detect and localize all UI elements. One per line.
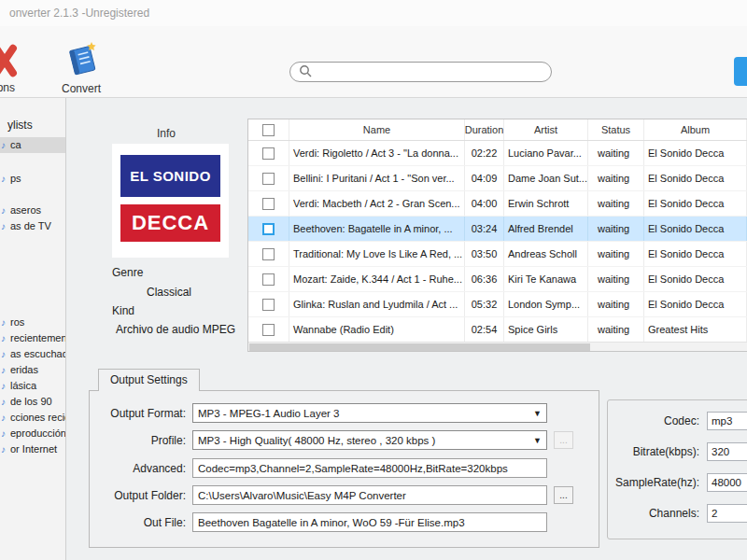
cell-album: El Sonido Decca: [644, 267, 747, 291]
column-header-artist[interactable]: Artist: [504, 119, 588, 140]
playlist-icon: ♪: [1, 426, 10, 441]
bitrate-value-field[interactable]: [707, 442, 747, 461]
cell-name: Mozart: Zaide, K.344 / Act 1 - Ruhe...: [289, 267, 465, 291]
sidebar-item-label: recientemente: [10, 330, 66, 346]
sidebar-item-label: lásica: [10, 378, 36, 394]
album-art-bottom: DECCA: [120, 204, 220, 242]
sidebar-item[interactable]: ♪ros: [0, 315, 65, 330]
codec-label: Codec:: [613, 414, 707, 427]
sidebar-item[interactable]: ♪cciones recien: [0, 410, 65, 426]
select-all-checkbox[interactable]: [262, 124, 275, 136]
row-checkbox[interactable]: [262, 223, 275, 235]
sidebar-item-label: ps: [10, 171, 21, 187]
sidebar-item[interactable]: ♪as escuchadas: [0, 346, 65, 362]
column-header-duration[interactable]: Duration: [465, 119, 504, 140]
info-button[interactable]: [734, 57, 747, 86]
kind-label: Kind: [112, 304, 134, 317]
playlist-icon: ♪: [1, 378, 10, 394]
profile-value: MP3 - High Quality( 48000 Hz, stereo , 3…: [198, 435, 435, 446]
cell-duration: 05:32: [465, 292, 504, 316]
options-button[interactable]: ions: [0, 41, 32, 94]
sidebar-item-decca[interactable]: ♪ca: [0, 137, 65, 153]
output-format-value: MP3 - MPEG-1 Audio Layer 3: [198, 408, 339, 419]
sidebar-item-label: or Internet: [10, 441, 57, 457]
table-row[interactable]: Verdi: Rigoletto / Act 3 - "La donna... …: [248, 141, 747, 166]
chevron-down-icon: ▼: [529, 436, 542, 445]
search-input[interactable]: [317, 65, 543, 78]
row-checkbox[interactable]: [262, 147, 275, 160]
kind-value: Archivo de audio MPEG: [116, 323, 235, 336]
row-checkbox[interactable]: [262, 248, 275, 260]
cell-album: Greatest Hits: [644, 317, 747, 342]
sidebar-item-label: eproducción: [10, 426, 66, 441]
horizontal-scrollbar[interactable]: [248, 342, 747, 351]
cell-name: Beethoven: Bagatelle in A minor, ...: [289, 217, 465, 241]
playlist-icon: ♪: [1, 137, 10, 153]
table-row[interactable]: Wannabe (Radio Edit) 02:54 Spice Girls w…: [248, 317, 747, 343]
scrollbar-thumb[interactable]: [249, 343, 590, 351]
out-file-input[interactable]: [192, 512, 547, 532]
cell-name: Bellini: I Puritani / Act 1 - "Son ver..…: [289, 166, 465, 190]
row-checkbox[interactable]: [262, 198, 275, 210]
sidebar-item[interactable]: ♪recientemente: [0, 330, 65, 346]
row-checkbox[interactable]: [262, 324, 275, 336]
cell-album: El Sonido Decca: [644, 242, 747, 266]
app-window: onverter 2.1.3 -Unregistered ions: [0, 0, 747, 560]
cell-duration: 03:50: [465, 242, 504, 266]
table-row-selected[interactable]: Beethoven: Bagatelle in A minor, ... 03:…: [248, 217, 747, 242]
sidebar-item[interactable]: ♪or Internet: [0, 441, 65, 457]
sidebar-item-label: cciones recien: [10, 410, 66, 426]
samplerate-value-field[interactable]: [707, 473, 747, 492]
output-format-label: Output Format:: [99, 407, 192, 420]
cell-duration: 06:36: [465, 267, 504, 291]
convert-button[interactable]: Convert: [54, 39, 108, 95]
tab-output-settings[interactable]: Output Settings: [98, 369, 200, 391]
cell-album: El Sonido Decca: [644, 166, 747, 190]
sidebar-item-label: eridas: [10, 362, 38, 378]
playlist-icon: ♪: [1, 218, 10, 234]
sidebar-item[interactable]: ♪aseros: [0, 203, 65, 218]
search-icon: [299, 64, 312, 80]
sidebar-item[interactable]: ♪de los 90: [0, 394, 65, 410]
profile-browse-button[interactable]: ...: [554, 431, 573, 449]
cell-duration: 04:09: [465, 166, 504, 190]
advanced-input[interactable]: [192, 458, 547, 478]
row-checkbox[interactable]: [262, 273, 275, 286]
column-header-name[interactable]: Name: [289, 119, 465, 140]
sidebar-item[interactable]: ♪lásica: [0, 378, 65, 394]
bitrate-label: Bitrate(kbps):: [613, 445, 707, 458]
table-row[interactable]: Verdi: Macbeth / Act 2 - Gran Scen... 04…: [248, 191, 747, 217]
row-checkbox[interactable]: [262, 173, 275, 185]
track-table: Name Duration Artist Status Album Verdi:…: [247, 119, 747, 352]
folder-browse-button[interactable]: ...: [554, 486, 573, 504]
title-bar: onverter 2.1.3 -Unregistered: [0, 0, 747, 26]
sidebar-item[interactable]: ♪eridas: [0, 362, 65, 378]
table-row[interactable]: Mozart: Zaide, K.344 / Act 1 - Ruhe... 0…: [248, 267, 747, 292]
sidebar-item[interactable]: ♪eproducción: [0, 426, 65, 441]
cell-status: waiting: [588, 292, 644, 316]
output-folder-input[interactable]: [192, 485, 547, 505]
column-header-album[interactable]: Album: [644, 119, 747, 140]
codec-value-field[interactable]: [707, 412, 747, 430]
table-row[interactable]: Traditional: My Love Is Like A Red, ... …: [248, 242, 747, 267]
sidebar-item[interactable]: ♪as de TV: [0, 218, 65, 234]
sidebar-item[interactable]: ♪ps: [0, 171, 65, 187]
playlists-header: ylists: [0, 98, 65, 137]
playlist-icon: ♪: [1, 394, 10, 410]
samplerate-label: SampleRate(hz):: [613, 476, 707, 489]
channels-value-field[interactable]: [707, 504, 747, 523]
cell-artist: London Symp...: [504, 292, 588, 316]
profile-select[interactable]: MP3 - High Quality( 48000 Hz, stereo , 3…: [192, 430, 547, 450]
column-header-status[interactable]: Status: [588, 119, 644, 140]
cell-status: waiting: [588, 166, 644, 190]
table-row[interactable]: Glinka: Ruslan and Lyudmila / Act ... 05…: [248, 292, 747, 317]
search-box[interactable]: [289, 62, 552, 82]
playlist-icon: ♪: [1, 441, 10, 457]
cell-duration: 04:00: [465, 191, 504, 216]
output-settings-panel: Output Format: MP3 - MPEG-1 Audio Layer …: [89, 390, 599, 548]
row-checkbox[interactable]: [262, 299, 275, 311]
sidebar-item-label: as escuchadas: [10, 346, 66, 362]
genre-value: Classical: [147, 286, 191, 299]
output-format-select[interactable]: MP3 - MPEG-1 Audio Layer 3 ▼: [192, 403, 547, 423]
table-row[interactable]: Bellini: I Puritani / Act 1 - "Son ver..…: [248, 166, 747, 191]
